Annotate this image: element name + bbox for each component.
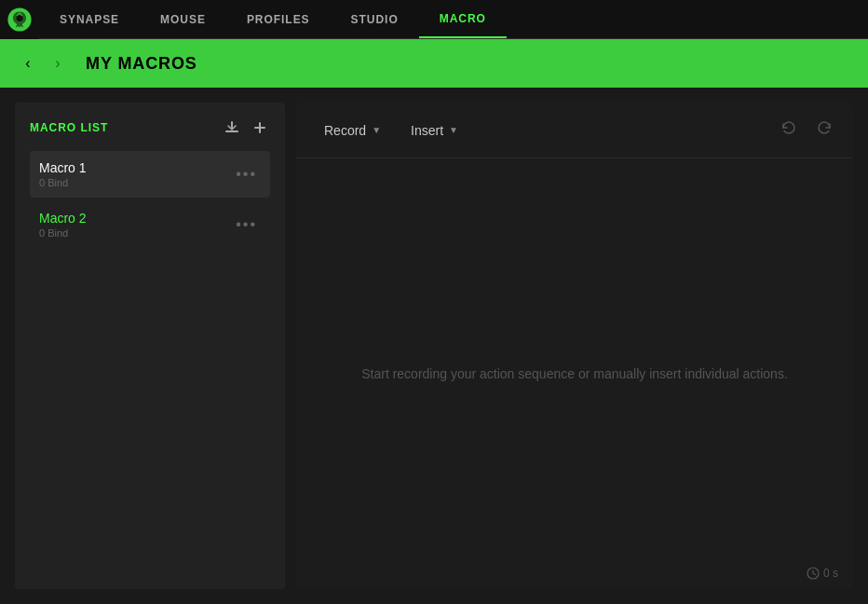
macro-1-name: Macro 1 bbox=[39, 160, 232, 175]
svg-rect-5 bbox=[254, 127, 265, 129]
time-value: 0 s bbox=[823, 567, 838, 580]
export-button[interactable] bbox=[222, 117, 242, 138]
macro-2-name: Macro 2 bbox=[39, 211, 232, 226]
breadcrumb-nav: ‹ › bbox=[15, 50, 71, 76]
nav-studio[interactable]: STUDIO bbox=[331, 0, 419, 38]
macro-list-title: MACRO LIST bbox=[30, 121, 222, 134]
svg-point-1 bbox=[17, 15, 23, 21]
nav-macro[interactable]: MACRO bbox=[419, 0, 507, 38]
redo-button[interactable] bbox=[810, 116, 838, 144]
clock-icon bbox=[807, 567, 820, 580]
svg-rect-2 bbox=[225, 130, 238, 132]
empty-message: Start recording your action sequence or … bbox=[361, 366, 788, 381]
app-logo bbox=[0, 0, 39, 39]
macro-list-header: MACRO LIST bbox=[30, 117, 270, 138]
insert-label: Insert bbox=[411, 123, 443, 138]
right-panel: Record ▼ Insert ▼ bbox=[296, 103, 853, 589]
record-chevron: ▼ bbox=[372, 125, 381, 135]
macro-item-1[interactable]: Macro 1 0 Bind ••• bbox=[30, 151, 270, 198]
nav-synapse[interactable]: SYNAPSE bbox=[39, 0, 140, 38]
macro-2-bind: 0 Bind bbox=[39, 227, 232, 239]
insert-chevron: ▼ bbox=[449, 125, 458, 135]
top-nav: SYNAPSE MOUSE PROFILES STUDIO MACRO bbox=[0, 0, 868, 39]
record-button[interactable]: Record ▼ bbox=[311, 117, 394, 144]
bottom-bar: 0 s bbox=[807, 567, 838, 580]
insert-button[interactable]: Insert ▼ bbox=[398, 117, 471, 144]
header-icons bbox=[222, 117, 270, 138]
left-panel: MACRO LIST bbox=[15, 103, 285, 589]
action-bar-right bbox=[775, 116, 838, 144]
nav-items: SYNAPSE MOUSE PROFILES STUDIO MACRO bbox=[39, 0, 868, 38]
forward-button[interactable]: › bbox=[45, 50, 71, 76]
nav-mouse[interactable]: MOUSE bbox=[140, 0, 226, 38]
back-button[interactable]: ‹ bbox=[15, 50, 41, 76]
macro-1-more-button[interactable]: ••• bbox=[232, 164, 261, 185]
svg-rect-3 bbox=[231, 121, 233, 129]
macro-1-info: Macro 1 0 Bind bbox=[39, 160, 232, 188]
page-title: MY MACROS bbox=[86, 54, 197, 74]
macro-2-info: Macro 2 0 Bind bbox=[39, 211, 232, 239]
undo-button[interactable] bbox=[775, 116, 803, 144]
action-bar: Record ▼ Insert ▼ bbox=[296, 103, 853, 158]
breadcrumb-bar: ‹ › MY MACROS bbox=[0, 39, 868, 88]
empty-message-area: Start recording your action sequence or … bbox=[296, 158, 853, 589]
nav-profiles[interactable]: PROFILES bbox=[226, 0, 331, 38]
record-label: Record bbox=[324, 123, 366, 138]
main-content: MACRO LIST bbox=[0, 88, 868, 604]
macro-1-bind: 0 Bind bbox=[39, 177, 232, 188]
add-macro-button[interactable] bbox=[250, 117, 270, 138]
macro-item-2[interactable]: Macro 2 0 Bind ••• bbox=[30, 201, 270, 248]
macro-2-more-button[interactable]: ••• bbox=[232, 214, 261, 235]
time-display: 0 s bbox=[807, 567, 838, 580]
svg-line-8 bbox=[813, 573, 816, 575]
